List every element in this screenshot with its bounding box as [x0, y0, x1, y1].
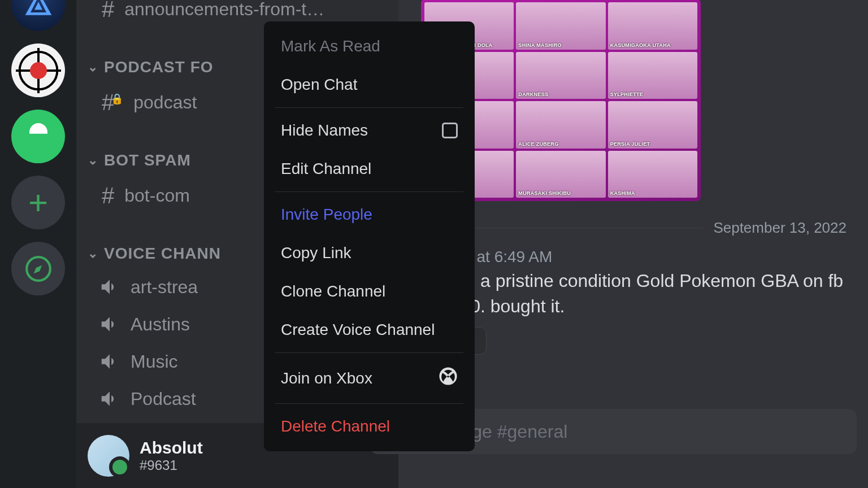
channel-label: Music	[131, 351, 178, 372]
speaker-icon	[99, 276, 120, 298]
speaker-icon	[99, 388, 120, 409]
add-server-button[interactable]: +	[11, 176, 65, 229]
lock-icon: 🔒	[111, 93, 123, 104]
message-reactions: 👍 1	[430, 327, 857, 355]
category-label: VOICE CHANN	[104, 245, 221, 263]
server-icon-android[interactable]	[11, 110, 65, 163]
channel-label: podcast	[133, 92, 197, 113]
channel-label: Podcast	[131, 389, 196, 409]
menu-separator	[275, 352, 463, 353]
server-icon-aztec[interactable]	[11, 0, 65, 31]
server-rail: +	[0, 0, 76, 488]
ctx-copy-link[interactable]: Copy Link	[264, 234, 475, 272]
explore-servers-button[interactable]	[11, 242, 65, 295]
chevron-down-icon: ⌄	[88, 60, 98, 75]
channel-label: bot-com	[124, 185, 190, 206]
ctx-edit-channel[interactable]: Edit Channel	[264, 150, 475, 188]
menu-separator	[275, 403, 463, 404]
channel-label: announcements-from-t…	[124, 0, 324, 20]
ctx-hide-names[interactable]: Hide Names	[264, 111, 475, 150]
user-avatar[interactable]	[88, 435, 129, 477]
speaker-icon	[99, 351, 120, 372]
user-name: Absolut	[140, 438, 203, 457]
channel-context-menu: Mark As Read Open Chat Hide Names Edit C…	[264, 21, 475, 451]
ctx-mark-as-read[interactable]: Mark As Read	[264, 27, 475, 66]
ctx-open-chat[interactable]: Open Chat	[264, 66, 475, 104]
channel-sidebar: # announcements-from-t… ⌄ PODCAST FO #🔒 …	[76, 0, 398, 488]
hash-icon: #	[102, 183, 114, 208]
hash-icon: #	[102, 0, 114, 22]
user-info: Absolut #9631	[140, 438, 203, 473]
server-icon-crosshair[interactable]	[11, 43, 65, 97]
channel-label: Austins	[131, 314, 190, 335]
svg-point-3	[30, 62, 47, 79]
category-label: BOT SPAM	[104, 151, 191, 169]
message-content: found a pristine condition Gold Pokemon …	[430, 268, 857, 319]
user-discriminator: #9631	[140, 457, 203, 473]
chevron-down-icon: ⌄	[88, 153, 98, 168]
xbox-icon	[439, 367, 458, 390]
ctx-clone-channel[interactable]: Clone Channel	[264, 272, 475, 311]
ctx-create-voice-channel[interactable]: Create Voice Channel	[264, 311, 475, 349]
menu-separator	[275, 191, 463, 192]
ctx-join-on-xbox[interactable]: Join on Xbox	[264, 356, 475, 400]
ctx-delete-channel[interactable]: Delete Channel	[264, 407, 475, 446]
category-label: PODCAST FO	[104, 58, 214, 76]
menu-separator	[275, 107, 463, 108]
ctx-invite-people[interactable]: Invite People	[264, 195, 475, 234]
channel-label: art-strea	[131, 277, 198, 298]
checkbox-icon[interactable]	[442, 123, 458, 138]
chevron-down-icon: ⌄	[88, 246, 98, 261]
speaker-icon	[99, 313, 120, 335]
hash-icon: #🔒	[102, 90, 123, 115]
divider-date-label: September 13, 2022	[703, 219, 857, 237]
message-timestamp: Today at 6:49 AM	[430, 248, 857, 266]
